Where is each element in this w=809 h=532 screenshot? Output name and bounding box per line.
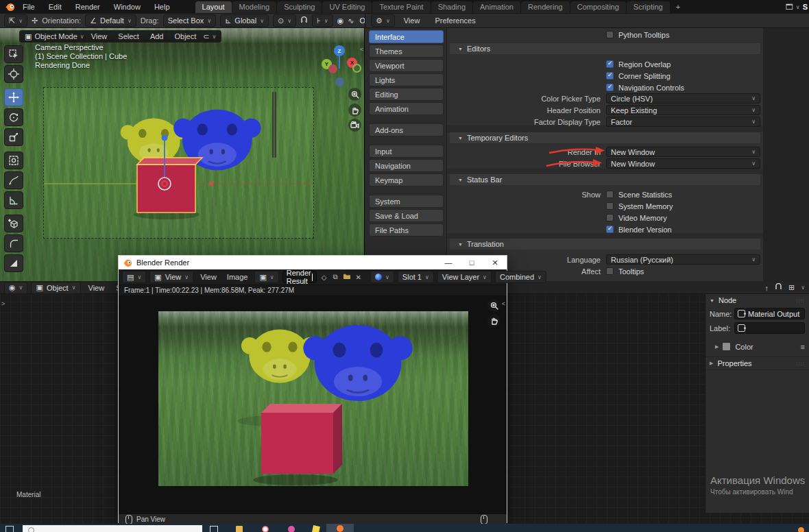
tool-measure[interactable] — [4, 191, 23, 209]
panel-drag-dots-icon[interactable]: :::: — [796, 361, 805, 367]
tool-select-box[interactable] — [4, 45, 23, 63]
scene-icon[interactable]: 🗔 — [786, 3, 793, 11]
scene-statistics-checkbox[interactable] — [606, 191, 614, 198]
overlay-grid-icon[interactable]: ⊞ — [788, 283, 795, 292]
fake-user-shield-icon[interactable]: ◇ — [320, 274, 328, 281]
file-explorer-icon[interactable] — [236, 526, 243, 532]
blender-version-checkbox[interactable] — [606, 226, 614, 233]
render-pan-hand-button[interactable] — [487, 314, 500, 327]
prefs-menu-preferences[interactable]: Preferences — [428, 16, 481, 25]
close-button[interactable]: ✕ — [483, 258, 507, 267]
menu-render[interactable]: Render — [69, 3, 106, 11]
shader-mode-dropdown[interactable]: ▣Object∨ — [31, 282, 80, 294]
pan-hand-button[interactable] — [348, 104, 361, 117]
sidebar-item-navigation[interactable]: Navigation — [369, 159, 444, 172]
tool-fill-corner[interactable] — [4, 254, 23, 272]
region-overlap-checkbox[interactable] — [606, 60, 614, 68]
tab-shading[interactable]: Shading — [431, 1, 472, 13]
viewport-3d[interactable]: Camera Perspective (1) Scene Collection … — [0, 28, 364, 281]
node-panel-header[interactable]: ▼ Node :::: — [705, 294, 809, 306]
image-browse-dropdown[interactable]: ▣∨ — [254, 271, 278, 283]
shader-menu-view[interactable]: View — [84, 284, 109, 292]
affect-tooltips-checkbox[interactable] — [606, 267, 614, 275]
falloff-curve-icon[interactable]: ∿ — [348, 16, 354, 25]
sidebar-item-file-paths[interactable]: File Paths — [369, 223, 444, 237]
sidebar-item-save-load[interactable]: Save & Load — [369, 209, 444, 222]
tool-move[interactable] — [4, 88, 23, 106]
drag-dropdown[interactable]: Select Box∨ — [163, 14, 216, 27]
render-window[interactable]: Blender Render — □ ✕ ▤∨ ▣View∨ View Imag… — [118, 255, 507, 523]
snap-node-magnet-icon[interactable] — [775, 283, 782, 292]
pivot-point-dropdown[interactable]: ⊙∨ — [273, 14, 296, 27]
tab-uv-editing[interactable]: UV Editing — [322, 1, 372, 13]
node-name-field[interactable]: Material Output — [734, 308, 805, 319]
rw-menu-view[interactable]: View — [197, 273, 220, 281]
view-layer-dropdown[interactable]: View Layer∨ — [437, 271, 492, 283]
tab-scripting[interactable]: Scripting — [627, 1, 670, 13]
file-browser-select[interactable]: New Window∨ — [606, 158, 760, 169]
section-status-bar[interactable]: ▼Status Bar — [450, 174, 760, 185]
sidebar-item-input[interactable]: Input — [369, 145, 444, 158]
color-swatch[interactable] — [722, 342, 731, 351]
tab-texture-paint[interactable]: Texture Paint — [372, 1, 430, 13]
sidebar-item-editing[interactable]: Editing — [369, 88, 444, 101]
active-tool-dropdown[interactable]: ⇱∨ — [4, 14, 27, 27]
sidebar-item-themes[interactable]: Themes — [369, 45, 444, 58]
color-row[interactable]: ▶ Color ≡ — [705, 341, 809, 352]
sidebar-item-keymap[interactable]: Keymap — [369, 173, 444, 186]
scene-chevron-icon[interactable]: ∨ — [796, 4, 800, 10]
tab-sculpting[interactable]: Sculpting — [277, 1, 322, 13]
render-window-titlebar[interactable]: Blender Render — □ ✕ — [119, 256, 507, 269]
navigation-gizmo[interactable]: Z Y X — [319, 41, 363, 89]
render-pass-dropdown[interactable]: Combined∨ — [495, 271, 546, 283]
tool-add-cube[interactable] — [4, 215, 23, 232]
node-label-field[interactable] — [734, 322, 805, 334]
sidebar-item-addons[interactable]: Add-ons — [369, 123, 444, 136]
notification-icon[interactable] — [798, 527, 804, 532]
proportional-editing-icon[interactable]: ◉ — [337, 16, 344, 25]
sidebar-item-viewport[interactable]: Viewport — [369, 59, 444, 72]
tab-rendering[interactable]: Rendering — [521, 1, 570, 13]
mode-chevron-icon[interactable]: ∨ — [80, 34, 84, 40]
render-in-select[interactable]: New Window∨ — [606, 147, 760, 157]
snap-magnet-icon[interactable] — [300, 16, 308, 25]
shader-editor-type-dropdown[interactable]: ◉∨ — [4, 282, 27, 294]
media-app-icon[interactable] — [288, 526, 295, 532]
factor-display-select[interactable]: Factor∨ — [606, 117, 760, 127]
tool-annotate[interactable] — [4, 171, 23, 189]
unlink-x-icon[interactable]: ✕ — [354, 274, 363, 281]
task-view-icon[interactable] — [210, 526, 218, 532]
minimize-button[interactable]: — — [437, 258, 460, 267]
image-mode-dropdown[interactable]: ▣View∨ — [149, 271, 193, 283]
rw-menu-image[interactable]: Image — [224, 273, 252, 281]
menu-file[interactable]: File — [16, 3, 41, 11]
prefs-menu-view[interactable]: View — [398, 16, 426, 25]
corner-splitting-checkbox[interactable] — [606, 72, 614, 80]
menu-edit[interactable]: Edit — [43, 3, 68, 11]
snap-target-dropdown[interactable]: ⊦∨ — [312, 14, 333, 27]
sidebar-item-lights[interactable]: Lights — [369, 73, 444, 86]
language-select[interactable]: Russian (Русский)∨ — [606, 254, 760, 265]
menu-help[interactable]: Help — [148, 3, 176, 11]
tool-transform[interactable] — [4, 152, 23, 169]
gizmo-neg-z-ball[interactable] — [335, 77, 344, 86]
section-editors[interactable]: ▼Editors — [450, 43, 760, 54]
camera-frame[interactable] — [43, 87, 314, 239]
open-folder-icon[interactable] — [343, 273, 351, 281]
orientation-dropdown[interactable]: ∠Default∨ — [85, 14, 136, 27]
parent-node-icon[interactable]: ↑ — [764, 284, 769, 292]
tool-rounded-corner[interactable] — [4, 234, 23, 252]
display-channels-dropdown[interactable]: ∨ — [370, 271, 394, 283]
navigation-controls-checkbox[interactable] — [606, 84, 614, 91]
gizmo-z-axis-ball[interactable]: Z — [334, 45, 345, 56]
sidebar-item-animation[interactable]: Animation — [369, 102, 444, 115]
zoom-button[interactable] — [348, 88, 361, 101]
render-zoom-button[interactable] — [487, 299, 500, 312]
blender-taskbar-active[interactable] — [326, 524, 354, 532]
tab-modeling[interactable]: Modeling — [232, 1, 277, 13]
vp-menu-select[interactable]: Select — [114, 32, 143, 40]
browser-icon[interactable] — [262, 526, 269, 532]
notes-app-icon[interactable] — [312, 525, 320, 532]
mode-dropdown[interactable]: Object Mode — [34, 32, 77, 40]
menu-window[interactable]: Window — [108, 3, 147, 11]
